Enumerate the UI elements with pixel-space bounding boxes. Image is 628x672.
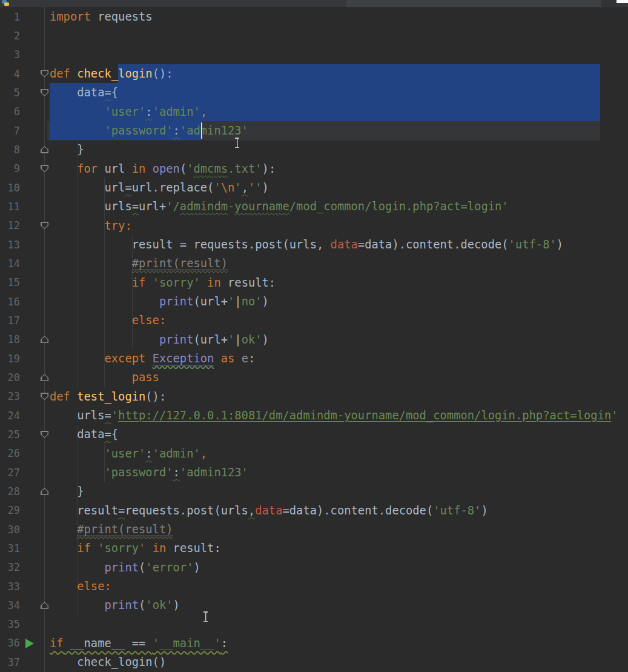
code-token: url+ [139,200,166,213]
editor-row: 6 'user':'admin', [0,102,628,121]
gutter-cell[interactable]: 12 [0,219,50,231]
gutter-cell[interactable]: 19 [0,353,50,365]
editor-row: 2 [0,26,628,45]
editor-row: 15 if 'sorry' in result: [0,273,628,292]
code-token: def [50,67,70,80]
gutter-cell[interactable]: 8 [0,144,50,156]
code-line[interactable]: 'password':'admin123' [50,121,248,140]
code-token: = [118,504,125,517]
gutter-cell[interactable]: 29 [0,504,50,516]
code-token [145,276,152,289]
code-token: ) [262,181,269,194]
gutter-cell[interactable]: 28 [0,485,50,497]
gutter-cell[interactable]: 5 [0,87,50,99]
code-line[interactable]: def test_login(): [50,387,166,406]
line-number: 20 [0,371,20,384]
code-line[interactable]: } [50,140,84,159]
code-line[interactable]: print('ok') [50,596,180,614]
line-number: 15 [0,276,20,288]
code-line[interactable]: for url in open('dmcms.txt'): [50,159,276,178]
code-token: except [104,352,145,365]
code-line[interactable]: #print(result) [50,254,228,273]
gutter-cell[interactable]: 30 [0,524,50,536]
code-token: 'admin' [153,105,200,118]
code-line[interactable]: 'user':'admin', [50,102,207,121]
gutter-cell[interactable]: 3 [0,48,50,61]
gutter-cell[interactable]: 34 [0,599,50,611]
code-line[interactable]: if __name__ == '__main__': [50,634,228,653]
code-line[interactable]: #print(result) [50,520,173,539]
code-line[interactable]: 'user':'admin', [50,444,207,463]
code-line[interactable]: print('error') [50,558,200,577]
line-number: 35 [0,618,20,630]
code-line[interactable]: data={ [50,425,118,444]
gutter-cell[interactable]: 14 [0,258,50,270]
code-token: 'admin123' [180,124,248,137]
code-line[interactable]: else: [50,577,111,596]
gutter-cell[interactable]: 37 [0,656,50,668]
gutter-cell[interactable]: 1 [0,11,50,23]
code-token: (): [153,67,173,80]
code-token: =data).content.decode( [358,238,509,251]
gutter-cell[interactable]: 18 [0,333,50,345]
gutter-cell[interactable]: 15 [0,276,50,288]
editor-row: 4def check_login(): [0,64,628,83]
code-line[interactable]: try: [50,216,132,235]
code-line[interactable]: except Exception as e: [50,349,255,368]
code-line[interactable]: if 'sorry' in result: [50,273,276,292]
editor-row: 5 data={ [0,83,628,102]
gutter-cell[interactable]: 31 [0,542,50,554]
line-number: 34 [0,599,20,611]
gutter-cell[interactable]: 26 [0,447,50,459]
code-line[interactable]: def check_login(): [50,64,173,83]
line-number: 28 [0,485,20,497]
gutter-cell[interactable]: 35 [0,618,50,630]
gutter-cell[interactable]: 32 [0,561,50,573]
code-line[interactable]: pass [50,368,159,387]
code-token: else: [77,580,111,593]
code-line[interactable]: result=requests.post(urls,data=data).con… [50,501,488,520]
gutter-cell[interactable]: 24 [0,410,50,422]
gutter-cell[interactable]: 27 [0,467,50,479]
gutter-cell[interactable]: 25 [0,428,50,441]
code-line[interactable]: if 'sorry' in result: [50,539,221,557]
code-line[interactable]: print(url+'|no') [50,292,269,311]
code-line[interactable]: 'password':'admin123' [50,463,248,482]
code-token: in [153,542,167,554]
editor-row: 28 } [0,482,628,501]
gutter-cell[interactable]: 17 [0,314,50,327]
editor-row: 18 print(url+'|ok') [0,330,628,349]
code-line[interactable]: data={ [50,83,118,102]
gutter-cell[interactable]: 20 [0,371,50,384]
code-token: : [173,466,180,479]
code-token [50,599,104,611]
gutter-cell[interactable]: 16 [0,296,50,308]
code-line[interactable]: else: [50,311,166,330]
gutter-cell[interactable]: 11 [0,201,50,213]
code-line[interactable]: url=url.replace('\n','') [50,178,269,197]
gutter-cell[interactable]: 23 [0,390,50,402]
gutter-cell[interactable]: 13 [0,239,50,251]
code-line[interactable]: check_login() [50,653,166,671]
code-line[interactable]: } [50,482,84,501]
code-line[interactable]: urls='http://127.0.0.1:8081/dm/admindm-y… [50,406,618,425]
gutter-cell[interactable]: 33 [0,581,50,593]
text-caret [201,122,202,139]
code-token: import [50,10,91,23]
code-token: : [145,105,152,118]
gutter-cell[interactable]: 2 [0,30,50,42]
line-number: 11 [0,201,20,213]
gutter-cell[interactable]: 4 [0,68,50,80]
code-line[interactable]: urls=url+'/admindm-yourname/mod_common/l… [50,197,509,216]
gutter-cell[interactable]: 9 [0,162,50,175]
line-number: 5 [0,87,20,99]
code-line[interactable]: import requests [50,7,153,26]
code-token: ) [481,504,488,517]
gutter-cell[interactable]: 36 [0,637,50,649]
code-line[interactable]: print(url+'|ok') [50,330,269,349]
code-line[interactable]: result = requests.post(urls, data=data).… [50,235,563,254]
gutter-cell[interactable]: 10 [0,182,50,194]
gutter-cell[interactable]: 6 [0,105,50,118]
gutter-cell[interactable]: 7 [0,125,50,137]
editor-row: 29 result=requests.post(urls,data=data).… [0,501,628,520]
